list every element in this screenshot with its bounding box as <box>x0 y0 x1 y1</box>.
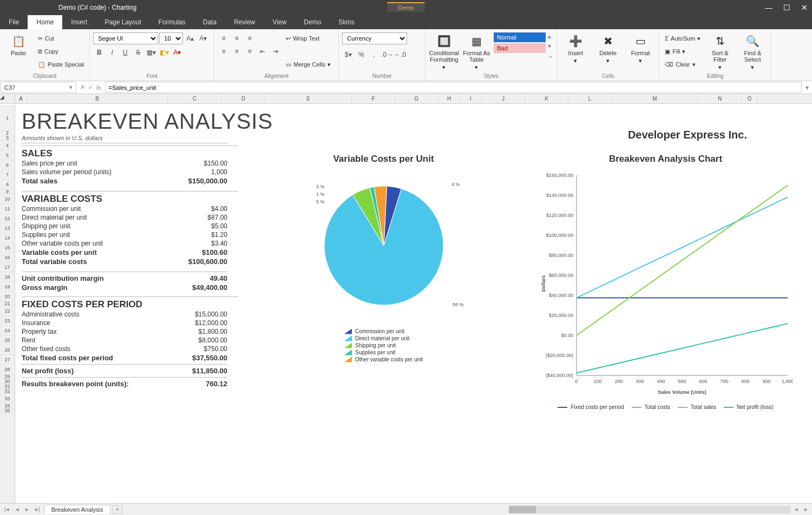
cut-button[interactable]: ✂Cut <box>36 32 86 44</box>
paste-special-button[interactable]: 📋Paste Special <box>36 58 86 70</box>
number-format-select[interactable]: Currency <box>342 32 407 44</box>
styles-down-icon[interactable]: ▾ <box>548 42 553 50</box>
col-header[interactable]: O <box>742 94 758 103</box>
col-header[interactable]: E <box>265 94 352 103</box>
align-left-icon[interactable]: ≡ <box>218 45 230 57</box>
borders-icon[interactable]: ▦▾ <box>145 47 157 58</box>
align-right-icon[interactable]: ≡ <box>244 45 256 57</box>
font-color-icon[interactable]: A▾ <box>171 47 183 58</box>
sort-filter-button[interactable]: ⇅Sort & Filter ▾ <box>705 32 735 72</box>
format-button[interactable]: ▭Format ▾ <box>625 32 656 65</box>
scroll-left-icon[interactable]: ◂ <box>793 506 800 513</box>
row-header[interactable]: 9 <box>0 189 15 194</box>
tab-review[interactable]: Review <box>225 15 264 29</box>
inc-decimal-icon[interactable]: .0→ <box>381 49 393 61</box>
tab-home[interactable]: Home <box>28 15 62 29</box>
col-header[interactable]: K <box>525 94 568 103</box>
col-header[interactable]: C <box>168 94 222 103</box>
italic-icon[interactable]: I <box>106 47 118 58</box>
scroll-right-icon[interactable]: ▸ <box>802 506 810 513</box>
row-header[interactable]: 19 <box>0 282 15 292</box>
tab-page-layout[interactable]: Page Layout <box>96 15 149 29</box>
col-header[interactable]: D <box>222 94 265 103</box>
font-size-select[interactable]: 10 <box>159 32 183 44</box>
row-header[interactable]: 12 <box>0 214 15 223</box>
enter-formula-icon[interactable]: ✓ <box>88 84 93 91</box>
expand-formula-icon[interactable]: ▾ <box>802 81 812 94</box>
sheet-area[interactable]: BREAKEVEN ANALYSIS Developer Express Inc… <box>15 105 812 503</box>
merge-cells-button[interactable]: ▭Merge Cells ▾ <box>284 58 333 70</box>
fill-color-icon[interactable]: ◧▾ <box>158 47 170 58</box>
shrink-font-icon[interactable]: A▾ <box>197 32 209 44</box>
bold-icon[interactable]: B <box>93 47 105 58</box>
row-header[interactable]: 28 <box>0 365 15 374</box>
row-header[interactable]: 4 <box>0 141 15 150</box>
name-box[interactable]: C37▾ <box>1 82 76 93</box>
col-header[interactable]: N <box>698 94 742 103</box>
col-header[interactable]: A <box>15 94 27 103</box>
col-header[interactable]: J <box>482 94 525 103</box>
row-header[interactable]: 5 <box>0 150 15 160</box>
row-header[interactable]: 26 <box>0 345 15 355</box>
col-header[interactable]: I <box>460 94 482 103</box>
col-header[interactable]: H <box>438 94 460 103</box>
row-header[interactable]: 16 <box>0 253 15 262</box>
fill-button[interactable]: ▣Fill ▾ <box>663 45 703 57</box>
row-header[interactable]: 8 <box>0 180 15 189</box>
copy-button[interactable]: ⧉Copy <box>36 45 86 57</box>
col-header[interactable]: G <box>395 94 438 103</box>
row-header[interactable]: 21 <box>0 301 15 306</box>
paste-button[interactable]: 📋 Paste <box>3 32 34 57</box>
row-header[interactable]: 20 <box>0 292 15 301</box>
row-header[interactable]: 6 <box>0 160 15 170</box>
row-header[interactable]: 33 <box>0 394 15 404</box>
row-header[interactable]: 24 <box>0 326 15 335</box>
row-header[interactable]: 25 <box>0 335 15 345</box>
row-header[interactable]: 11 <box>0 204 15 214</box>
col-header[interactable]: B <box>27 94 168 103</box>
autosum-button[interactable]: ΣAutoSum ▾ <box>663 32 703 44</box>
wrap-text-button[interactable]: ↩Wrap Text <box>284 32 333 44</box>
fx-icon[interactable]: fx <box>96 84 101 91</box>
minimize-icon[interactable]: — <box>765 3 772 12</box>
style-bad[interactable]: Bad <box>494 43 546 53</box>
row-header[interactable]: 18 <box>0 272 15 282</box>
cancel-formula-icon[interactable]: ✕ <box>80 84 85 91</box>
find-select-button[interactable]: 🔍Find & Select ▾ <box>737 32 768 72</box>
col-header[interactable]: M <box>612 94 698 103</box>
row-header[interactable]: 14 <box>0 233 15 243</box>
row-header[interactable]: 32 <box>0 389 15 394</box>
indent-dec-icon[interactable]: ⇤ <box>257 45 269 57</box>
align-top-icon[interactable]: ≡ <box>218 32 230 44</box>
row-header[interactable]: 3 <box>0 136 15 141</box>
row-header[interactable]: 1 <box>0 105 15 131</box>
tab-skins[interactable]: Skins <box>330 15 363 29</box>
row-header[interactable]: 22 <box>0 306 15 316</box>
row-header[interactable]: 23 <box>0 316 15 326</box>
center-tab[interactable]: Demo <box>387 2 424 12</box>
tab-formulas[interactable]: Formulas <box>150 15 194 29</box>
row-header[interactable]: 10 <box>0 194 15 204</box>
col-header[interactable]: L <box>568 94 612 103</box>
maximize-icon[interactable]: ☐ <box>783 3 790 12</box>
formula-input[interactable] <box>105 82 802 93</box>
style-normal[interactable]: Normal <box>494 32 546 42</box>
select-all-corner[interactable]: ◢ <box>0 94 15 103</box>
align-middle-icon[interactable]: ≡ <box>231 32 243 44</box>
clear-button[interactable]: ⌫Clear ▾ <box>663 58 703 70</box>
currency-icon[interactable]: $▾ <box>342 49 354 61</box>
strike-icon[interactable]: S <box>132 47 144 58</box>
close-icon[interactable]: ✕ <box>801 3 808 12</box>
tab-view[interactable]: View <box>264 15 296 29</box>
comma-icon[interactable]: , <box>368 49 380 61</box>
add-sheet-button[interactable]: + <box>113 505 122 514</box>
indent-inc-icon[interactable]: ⇥ <box>270 45 281 57</box>
underline-icon[interactable]: U <box>119 47 131 58</box>
row-header[interactable]: 27 <box>0 355 15 365</box>
tab-insert[interactable]: Insert <box>62 15 96 29</box>
row-header[interactable]: 13 <box>0 223 15 233</box>
delete-button[interactable]: ✖Delete ▾ <box>593 32 623 65</box>
row-header[interactable]: 17 <box>0 262 15 272</box>
styles-more-icon[interactable]: ⌄ <box>548 52 553 60</box>
conditional-formatting-button[interactable]: 🔲 Conditional Formatting ▾ <box>429 32 459 72</box>
